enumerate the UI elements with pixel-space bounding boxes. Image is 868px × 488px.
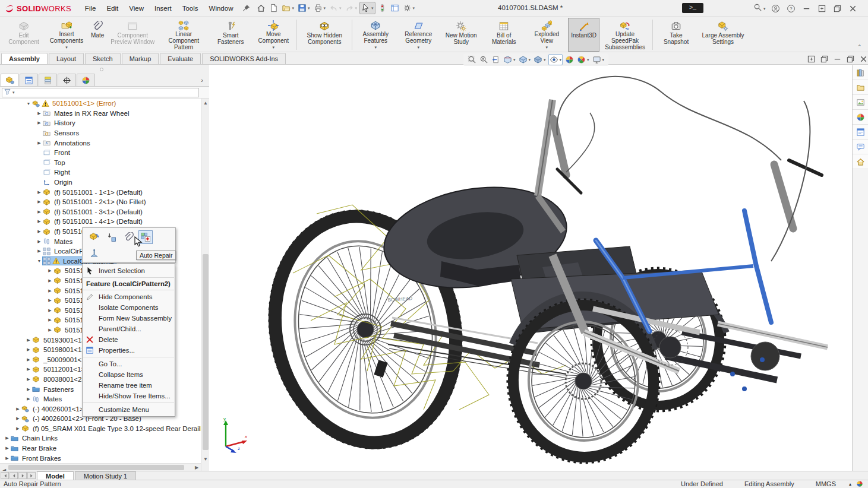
dimxpert-icon[interactable] (62, 76, 71, 85)
expander-icon[interactable]: ▶ (46, 289, 53, 293)
view-orientation-icon[interactable] (519, 55, 528, 64)
ribbon-linear-component-pattern-button[interactable]: Linear Component Pattern▾ (158, 18, 209, 52)
new-document-icon[interactable] (269, 4, 278, 12)
selection-filter-icon[interactable] (378, 4, 387, 12)
expander-icon[interactable]: ▶ (4, 436, 11, 441)
tree-item-chain-links[interactable]: ▶Chain Links (0, 433, 201, 443)
taskpane-custom-properties-button[interactable] (853, 125, 868, 140)
doc-expand-icon[interactable] (807, 55, 816, 64)
menu-item-delete[interactable]: Delete (83, 334, 175, 345)
nav-prev-button[interactable] (10, 472, 18, 479)
bill-of-materials-icon[interactable] (498, 21, 509, 31)
mini-fix-button[interactable] (87, 246, 101, 260)
tab-solidworks-add-ins[interactable]: SOLIDWORKS Add-Ins (202, 53, 286, 64)
menu-item-rename-tree-item[interactable]: Rename tree item (83, 380, 175, 391)
linear-pattern-icon[interactable] (178, 20, 189, 31)
insert-components-icon[interactable] (61, 20, 72, 31)
previous-view-icon[interactable] (491, 55, 500, 64)
expander-icon[interactable]: ▶ (25, 397, 32, 401)
design-library-icon[interactable] (856, 68, 865, 77)
taskpane-resources-home-button[interactable] (853, 154, 868, 169)
home-icon[interactable] (257, 4, 266, 12)
tab-layout[interactable]: Layout (49, 53, 84, 64)
ribbon-instant3d-button[interactable]: Instant3D (568, 18, 599, 52)
scroll-up-arrow[interactable]: ▲ (201, 99, 210, 107)
panel-tab-propertymanager[interactable] (20, 74, 38, 86)
qat-selection-filter-button[interactable] (377, 2, 388, 14)
headsup-apply-scene-button[interactable]: ▾ (576, 55, 590, 65)
view-settings-icon[interactable] (592, 55, 601, 64)
menu-file[interactable]: File (80, 1, 102, 15)
options-gear-icon[interactable] (403, 4, 412, 12)
tree-item--f-05-sram-x01-eagle-type-3-0-12-speed-r[interactable]: ▶(f) 05_SRAM X01 Eagle Type 3.0 12-speed… (0, 424, 201, 434)
menu-view[interactable]: View (124, 1, 149, 15)
expander-icon[interactable]: ▶ (46, 308, 53, 313)
tree-item--f-50151001-4-1-default-[interactable]: ▶(f) 50151001 - 4<1> (Default) (0, 217, 201, 227)
tree-item-annotations[interactable]: ▶Annotations (0, 138, 201, 148)
file-explorer-icon[interactable] (856, 83, 865, 92)
tree-item--f-50151001-3-1-default-[interactable]: ▶(f) 50151001 - 3<1> (Default) (0, 207, 201, 217)
ribbon-smart-fasteners-button[interactable]: Smart Fasteners (209, 18, 252, 52)
expander-icon[interactable]: ▶ (36, 141, 43, 145)
propertymanager-icon[interactable] (24, 76, 33, 85)
tree-item-rear-brake[interactable]: ▶Rear Brake (0, 443, 201, 454)
expander-icon[interactable]: ▶ (36, 239, 43, 244)
ribbon-mate-button[interactable]: Mate (88, 18, 107, 52)
zoom-fit-icon[interactable] (468, 55, 476, 64)
tree-item-front-brakes[interactable]: ▶Front Brakes (0, 453, 201, 463)
doc-restore-icon[interactable] (820, 55, 829, 64)
tree-item--f-50151001-2-1-no-fillet-[interactable]: ▶(f) 50151001 - 2<1> (No Fillet) (0, 197, 201, 207)
search-caret[interactable]: ▾ (763, 7, 766, 11)
tree-item-front[interactable]: Front (0, 148, 201, 158)
ribbon-new-motion-study-button[interactable]: New Motion Study (440, 18, 482, 52)
smart-fasteners-icon[interactable] (225, 21, 236, 31)
taskpane-file-explorer-button[interactable] (853, 80, 868, 95)
tab-markup[interactable]: Markup (122, 53, 159, 64)
fix-icon[interactable] (89, 248, 99, 258)
panel-tab-featuremanager[interactable] (1, 74, 19, 86)
expander-icon[interactable]: ▶ (36, 121, 43, 125)
ribbon-bill-of-materials-button[interactable]: Bill of Materials (482, 18, 525, 52)
suppress-icon[interactable] (106, 232, 116, 242)
headsup-hide-show-items-button[interactable]: ▾ (548, 54, 563, 65)
instant3d-icon[interactable] (579, 21, 589, 31)
menu-insert[interactable]: Insert (149, 1, 177, 15)
nav-first-button[interactable] (1, 472, 9, 479)
expander-icon[interactable]: ▶ (36, 190, 43, 195)
qat-display-pane-button[interactable] (389, 2, 400, 14)
apply-scene-icon[interactable] (577, 55, 586, 64)
filter-icon[interactable] (4, 88, 11, 96)
headsup-section-view-button[interactable]: ▾ (503, 55, 516, 65)
menu-item-collapse-items[interactable]: Collapse Items (83, 369, 175, 380)
open-icon[interactable] (282, 4, 291, 12)
nav-last-button[interactable] (27, 472, 36, 479)
pin-icon[interactable] (242, 4, 251, 12)
zoom-area-icon[interactable] (479, 55, 488, 64)
expander-icon[interactable]: ▶ (25, 367, 32, 372)
tab-assembly[interactable]: Assembly (1, 53, 48, 64)
expander-icon[interactable]: ▶ (14, 416, 21, 421)
help-icon[interactable]: ? (787, 4, 796, 13)
menu-item-go-to-[interactable]: Go To... (83, 359, 175, 369)
expander-icon[interactable]: ▶ (25, 377, 32, 382)
tree-item-right[interactable]: Right (0, 167, 201, 178)
panel-splitter-handle[interactable] (100, 68, 103, 71)
expander-icon[interactable]: ▶ (25, 357, 32, 362)
view-palette-icon[interactable] (856, 98, 865, 107)
expander-icon[interactable]: ▶ (36, 199, 43, 204)
ribbon-exploded-view-button[interactable]: Exploded View▾ (525, 18, 568, 52)
nav-prev-icon[interactable] (11, 473, 17, 479)
displaymanager-icon[interactable] (81, 76, 90, 85)
tree-item-origin[interactable]: Origin (0, 178, 201, 188)
menu-item-isolate-components[interactable]: Isolate Components (83, 302, 175, 313)
graphics-viewport[interactable]: BOWHEAD y x z (210, 65, 852, 471)
exploded-view-icon[interactable] (541, 20, 552, 31)
component-pattern-icon[interactable] (89, 232, 99, 242)
expander-icon[interactable]: ▶ (36, 210, 43, 214)
expand-icon[interactable] (818, 4, 826, 13)
status-tag-icon[interactable] (856, 480, 863, 487)
expander-icon[interactable]: ▶ (46, 268, 53, 273)
expander-icon[interactable]: ▶ (36, 249, 43, 253)
search-icon[interactable] (753, 3, 762, 12)
edit-mates-icon[interactable] (124, 232, 134, 242)
